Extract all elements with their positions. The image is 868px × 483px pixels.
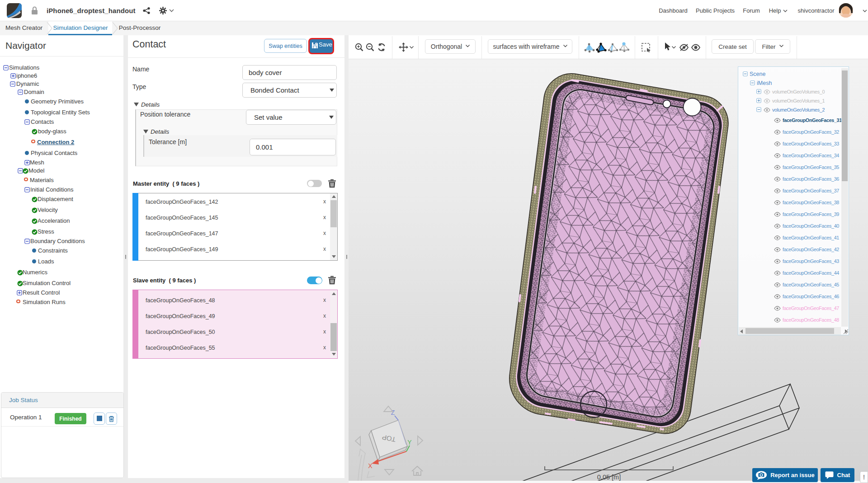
svg-text:Y: Y (407, 439, 412, 446)
svg-text:0.05 [m]: 0.05 [m] (597, 474, 621, 481)
svg-text:X: X (368, 462, 373, 469)
